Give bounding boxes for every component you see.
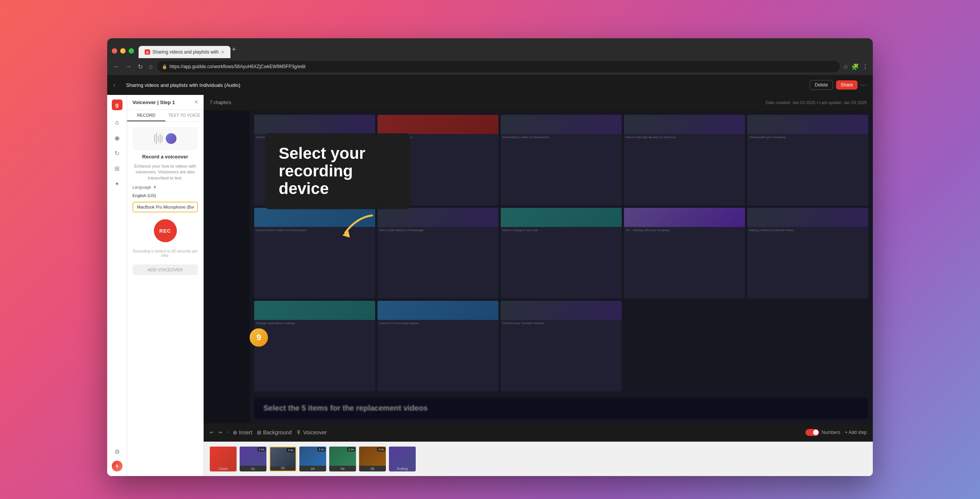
voiceover-icon: 🎙	[296, 429, 302, 435]
filmstrip: Cover 3.0s 01 3.0s 02 3.0s	[204, 442, 873, 476]
sidebar-item-grid[interactable]: ⊞	[111, 162, 123, 174]
browser-tab-bar: g Sharing videos and playlists with × +	[107, 38, 873, 58]
sidebar-item-home[interactable]: ⌂	[111, 116, 123, 129]
rec-button[interactable]: REC	[154, 219, 177, 242]
fullscreen-button[interactable]	[129, 48, 134, 54]
browser-tab[interactable]: g Sharing videos and playlists with ×	[139, 46, 230, 58]
app-content: ‹ Sharing videos and playlists with Indi…	[107, 75, 873, 476]
canvas-area: 7 chapters Date created: Jan 03 2025 • L…	[204, 95, 873, 476]
canvas-top-bar: 7 chapters Date created: Jan 03 2025 • L…	[204, 95, 873, 110]
bookmark-icon[interactable]: ☆	[843, 63, 848, 70]
settings-icon[interactable]: ⚙	[111, 445, 123, 458]
panel-body: Record a voiceover Enhance your how-to v…	[127, 122, 203, 280]
tab-text-to-voice[interactable]: TEXT TO VOICE	[165, 110, 204, 121]
waveform-bar-4	[160, 134, 161, 144]
filmstrip-slide-cover[interactable]: Cover	[210, 447, 237, 471]
back-nav-button[interactable]: ←	[112, 62, 121, 72]
new-tab-button[interactable]: +	[232, 46, 236, 58]
filmstrip-label-03: 03	[299, 467, 326, 471]
tab-favicon: g	[145, 49, 150, 55]
user-avatar[interactable]: 9	[112, 461, 122, 471]
tab-title: Sharing videos and playlists with	[152, 49, 219, 55]
filmstrip-label-04: 04	[329, 467, 356, 471]
chapters-text: 7 chapters	[210, 100, 231, 105]
address-bar[interactable]: 🔒 https://app.guidde.co/workflows/56AyuH…	[157, 61, 840, 72]
record-desc: Enhance your how-to videos with voiceove…	[132, 163, 198, 181]
browser-toolbar: ← → ↻ ⌂ 🔒 https://app.guidde.co/workflow…	[107, 58, 873, 75]
background-icon: ⊞	[257, 429, 261, 435]
mic-avatar	[166, 133, 176, 144]
forward-nav-button[interactable]: →	[124, 62, 133, 72]
panel-tabs: RECORD TEXT TO VOICE	[127, 110, 203, 122]
url-text: https://app.guidde.co/workflows/56AyuH6X…	[170, 64, 305, 69]
header-actions: Delete Share ⋯	[810, 80, 867, 90]
bottom-toolbar: ↩ ↪ • ⊕ Insert ⊞ Background 🎙 Voiceover	[204, 423, 873, 442]
share-button[interactable]: Share	[836, 80, 858, 90]
filmstrip-badge-03: 3.0s	[317, 447, 325, 452]
voiceover-panel: Voiceover | Step 1 × RECORD TEXT TO VOIC…	[127, 95, 204, 476]
filmstrip-label-05: 05	[359, 467, 386, 471]
app-back-button[interactable]: ‹	[113, 82, 115, 88]
filmstrip-slide-03[interactable]: 3.0s 03	[299, 447, 326, 471]
add-voiceover-button[interactable]: ADD VOICEOVER	[132, 264, 198, 275]
page-title: Sharing videos and playlists with Indivi…	[120, 75, 246, 95]
voiceover-button[interactable]: 🎙 Voiceover	[296, 429, 327, 435]
record-title: Record a voiceover	[142, 154, 188, 160]
more-menu-button[interactable]: ⋯	[861, 82, 867, 89]
tab-record[interactable]: RECORD	[127, 110, 165, 121]
sidebar-bottom: ⚙ 9	[111, 445, 123, 471]
waveform-bar-1	[154, 135, 155, 142]
background-button[interactable]: ⊞ Background	[257, 429, 292, 435]
more-icon[interactable]: ⋮	[862, 63, 868, 70]
insert-button[interactable]: ⊕ Insert	[233, 429, 252, 435]
traffic-lights	[112, 48, 134, 58]
filmstrip-label-01: 01	[240, 467, 266, 471]
panel-header: Voiceover | Step 1 ×	[127, 95, 203, 110]
filmstrip-slide-ending[interactable]: Ending	[389, 447, 416, 471]
minimize-button[interactable]	[120, 48, 126, 54]
filmstrip-label-cover: Cover	[210, 467, 237, 471]
language-value: English (US)	[132, 193, 198, 198]
date-info: Date created: Jan 03 2025 • Last update:…	[766, 100, 867, 105]
home-nav-button[interactable]: ⌂	[147, 62, 154, 72]
filmstrip-slide-05[interactable]: 3.0s 05	[359, 447, 386, 471]
filmstrip-badge-02: 3.0s	[287, 448, 295, 452]
language-label: Language	[132, 185, 151, 189]
filmstrip-badge-01: 3.0s	[258, 447, 266, 452]
toggle-switch[interactable]	[805, 429, 819, 436]
insert-label: Insert	[239, 429, 252, 435]
yellow-arrow-annotation	[334, 208, 387, 244]
filmstrip-label-02: 02	[270, 466, 296, 470]
filmstrip-slide-01[interactable]: 3.0s 01	[240, 447, 266, 471]
sidebar: g ⌂ ◉ ↻ ⊞ ✦ ⚙ 9	[107, 95, 127, 476]
tooltip-text: Select your recording device	[279, 145, 397, 198]
numbers-label: Numbers	[822, 430, 840, 435]
extensions-icon[interactable]: 🧩	[851, 63, 859, 70]
step-number-badge: 9	[250, 328, 268, 347]
waveform-bar-3	[158, 136, 159, 142]
filmstrip-badge-04: 3.0s	[347, 447, 355, 452]
numbers-toggle[interactable]: Numbers	[805, 429, 840, 436]
filmstrip-badge-05: 3.0s	[377, 447, 385, 452]
filmstrip-slide-04[interactable]: 3.0s 04	[329, 447, 356, 471]
sidebar-item-tools[interactable]: ✦	[111, 178, 123, 190]
sidebar-item-refresh[interactable]: ↻	[111, 147, 123, 159]
tab-close-icon[interactable]: ×	[221, 49, 224, 55]
waveform-bar-2	[156, 133, 157, 144]
close-button[interactable]	[112, 48, 117, 54]
panel-close-button[interactable]: ×	[194, 99, 198, 106]
lock-icon: 🔒	[162, 64, 167, 69]
main-layout: g ⌂ ◉ ↻ ⊞ ✦ ⚙ 9 Voiceover | Step 1 × REC…	[107, 95, 873, 476]
filmstrip-slide-02[interactable]: 3.0s 02	[270, 447, 296, 471]
add-step-button[interactable]: + Add step	[845, 430, 867, 435]
undo-button[interactable]: ↩	[210, 430, 214, 435]
reload-button[interactable]: ↻	[136, 62, 144, 72]
waveform	[154, 133, 163, 144]
device-select[interactable]: MacBook Pro Microphone (Built-in) Defaul…	[132, 202, 198, 212]
redo-button[interactable]: ↪	[218, 430, 222, 435]
filmstrip-label-ending: Ending	[389, 467, 416, 471]
record-preview	[132, 127, 198, 150]
background-label: Background	[263, 429, 292, 435]
sidebar-item-recordings[interactable]: ◉	[111, 132, 123, 144]
delete-button[interactable]: Delete	[810, 80, 833, 90]
